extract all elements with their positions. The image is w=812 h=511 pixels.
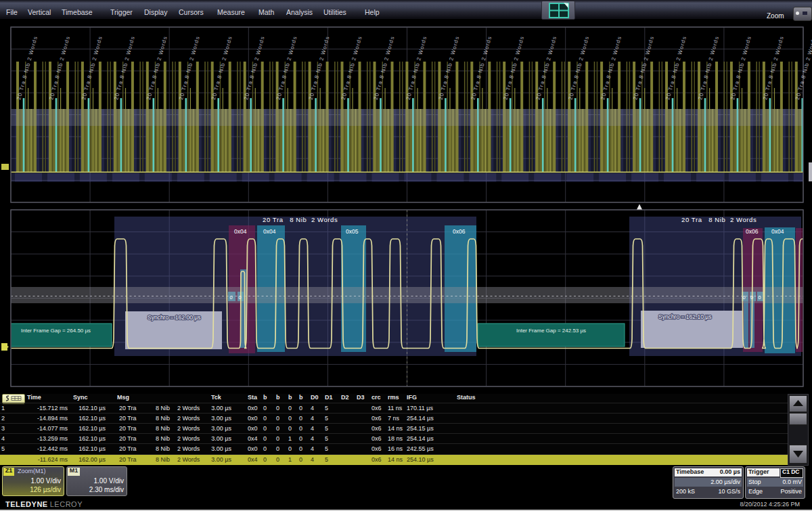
- svg-text:0x06: 0x06: [746, 228, 759, 235]
- svg-text:0x04: 0x04: [263, 228, 276, 235]
- svg-text:20 Tra 8 Nib 2 Words: 20 Tra 8 Nib 2 Words: [263, 216, 338, 223]
- svg-text:0x04: 0x04: [771, 228, 784, 235]
- svg-text:20 Tra 8 Nib 2 Words: 20 Tra 8 Nib 2 Words: [681, 216, 757, 223]
- svg-text:Synchro = 162.10 µs: Synchro = 162.10 µs: [658, 313, 711, 320]
- svg-text:0: 0: [230, 294, 233, 301]
- svg-text:0x04: 0x04: [234, 228, 247, 235]
- svg-text:Inter Frame Gap = 264.50 µs: Inter Frame Gap = 264.50 µs: [21, 328, 91, 334]
- svg-text:Synchro = 162.00 µs: Synchro = 162.00 µs: [148, 314, 200, 321]
- svg-text:0x05: 0x05: [346, 228, 359, 235]
- svg-text:0: 0: [743, 294, 746, 301]
- svg-text:0: 0: [759, 294, 761, 301]
- svg-text:Inter Frame Gap = 242.53 µs: Inter Frame Gap = 242.53 µs: [516, 328, 586, 334]
- svg-text:0x06: 0x06: [453, 228, 466, 235]
- svg-text:0: 0: [239, 294, 242, 301]
- svg-text:0: 0: [750, 294, 753, 301]
